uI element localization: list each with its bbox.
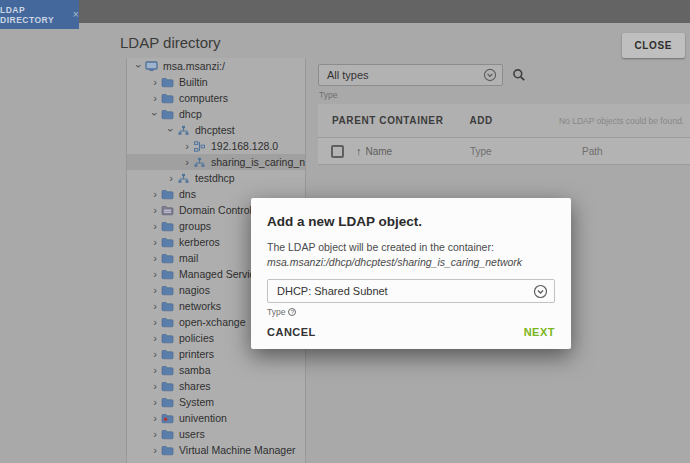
tree-row[interactable]: ›users xyxy=(127,426,305,442)
tree-row[interactable]: ›Builtin xyxy=(127,74,305,90)
chevron-collapsed-icon[interactable]: › xyxy=(181,156,193,168)
folder-icon xyxy=(161,269,174,280)
subnet-icon xyxy=(193,141,206,152)
tree-row[interactable]: ›dhcp xyxy=(127,106,305,122)
folder-icon xyxy=(161,381,174,392)
tree-item-label: computers xyxy=(179,92,228,104)
folder-icon xyxy=(161,429,174,440)
object-type-value: DHCP: Shared Subnet xyxy=(277,285,533,297)
folder-icon xyxy=(161,349,174,360)
tree-row[interactable]: ›192.168.128.0 xyxy=(127,138,305,154)
tree-item-label: dns xyxy=(179,188,196,200)
tree-item-label: samba xyxy=(179,364,211,376)
tree-item-label: sharing_is_caring_network xyxy=(211,156,306,168)
cancel-button[interactable]: CANCEL xyxy=(267,326,316,338)
chevron-collapsed-icon[interactable]: › xyxy=(181,140,193,152)
tree-item-label: dhcptest xyxy=(195,124,235,136)
tree-item-label: msa.msanzi:/ xyxy=(163,60,225,72)
sort-ascending-icon: ↑ xyxy=(356,145,362,157)
folder-icon xyxy=(161,445,174,456)
chevron-collapsed-icon[interactable]: › xyxy=(149,316,161,328)
tree-row[interactable]: ›shares xyxy=(127,378,305,394)
folder-icon xyxy=(161,109,174,120)
tree-item-label: 192.168.128.0 xyxy=(211,140,278,152)
tree-row[interactable]: ›msa.msanzi:/ xyxy=(127,58,305,74)
close-button[interactable]: CLOSE xyxy=(622,33,685,58)
tree-item-label: networks xyxy=(179,300,221,312)
tree-item-label: mail xyxy=(179,252,198,264)
tree-row[interactable]: ›System xyxy=(127,394,305,410)
chevron-collapsed-icon[interactable]: › xyxy=(149,444,161,456)
column-header-type[interactable]: Type xyxy=(470,146,492,157)
type-filter-select[interactable]: All types xyxy=(318,64,503,86)
dhcp-service-icon xyxy=(177,173,190,184)
chevron-collapsed-icon[interactable]: › xyxy=(149,268,161,280)
parent-container-button[interactable]: PARENT CONTAINER xyxy=(332,115,443,126)
chevron-collapsed-icon[interactable]: › xyxy=(149,76,161,88)
dialog-description: The LDAP object will be created in the c… xyxy=(267,241,555,253)
chevron-collapsed-icon[interactable]: › xyxy=(149,188,161,200)
chevron-collapsed-icon[interactable]: › xyxy=(149,332,161,344)
chevron-collapsed-icon[interactable]: › xyxy=(149,284,161,296)
tree-row[interactable]: ›dhcptest xyxy=(127,122,305,138)
select-all-checkbox[interactable] xyxy=(331,145,344,158)
chevron-collapsed-icon[interactable]: › xyxy=(149,348,161,360)
dialog-footer: CANCEL NEXT xyxy=(267,326,555,338)
chevron-collapsed-icon[interactable]: › xyxy=(149,396,161,408)
chevron-collapsed-icon[interactable]: › xyxy=(149,236,161,248)
grid-status-text: No LDAP objects could be found. xyxy=(559,116,684,126)
chevron-collapsed-icon[interactable]: › xyxy=(165,172,177,184)
tab-close-icon[interactable]: × xyxy=(73,9,79,20)
folder-dc-icon xyxy=(161,205,174,216)
chevron-expanded-icon[interactable]: › xyxy=(149,108,161,120)
next-button[interactable]: NEXT xyxy=(524,326,555,338)
tree-item-label: System xyxy=(179,396,214,408)
folder-icon xyxy=(161,221,174,232)
help-icon[interactable]: ? xyxy=(288,308,296,316)
chevron-collapsed-icon[interactable]: › xyxy=(149,220,161,232)
tree-row[interactable]: ›univention xyxy=(127,410,305,426)
object-type-select[interactable]: DHCP: Shared Subnet xyxy=(267,279,555,303)
add-button[interactable]: ADD xyxy=(469,115,492,126)
chevron-collapsed-icon[interactable]: › xyxy=(149,380,161,392)
chevron-collapsed-icon[interactable]: › xyxy=(149,428,161,440)
chevron-collapsed-icon[interactable]: › xyxy=(149,300,161,312)
folder-icon xyxy=(161,93,174,104)
column-header-name[interactable]: ↑Name xyxy=(356,145,392,157)
chevron-collapsed-icon[interactable]: › xyxy=(149,252,161,264)
top-bar xyxy=(0,0,690,23)
type-filter-value: All types xyxy=(327,69,483,81)
tab-label: LDAP DIRECTORY xyxy=(0,5,67,25)
chevron-collapsed-icon[interactable]: › xyxy=(149,364,161,376)
search-icon[interactable] xyxy=(512,68,526,82)
tree-row[interactable]: ›testdhcp xyxy=(127,170,305,186)
page-title: LDAP directory xyxy=(120,34,221,51)
folder-icon xyxy=(161,301,174,312)
tree-row[interactable]: ›samba xyxy=(127,362,305,378)
tree-row[interactable]: ›Virtual Machine Manager xyxy=(127,442,305,458)
tree-row[interactable]: ›computers xyxy=(127,90,305,106)
tree-item-label: kerberos xyxy=(179,236,220,248)
ldap-directory-module: LDAP DIRECTORY × LDAP directory CLOSE ›m… xyxy=(0,0,690,463)
shared-network-icon xyxy=(193,157,206,168)
tree-item-label: users xyxy=(179,428,205,440)
chevron-expanded-icon[interactable]: › xyxy=(133,60,145,72)
object-type-label: Type ? xyxy=(267,307,555,317)
dialog-title: Add a new LDAP object. xyxy=(267,214,555,229)
tree-item-label: dhcp xyxy=(179,108,202,120)
dhcp-service-icon xyxy=(177,125,190,136)
chevron-expanded-icon[interactable]: › xyxy=(165,124,177,136)
folder-icon xyxy=(161,77,174,88)
folder-icon xyxy=(161,333,174,344)
column-header-path[interactable]: Path xyxy=(582,146,603,157)
chevron-collapsed-icon[interactable]: › xyxy=(149,204,161,216)
tree-item-label: open-xchange xyxy=(179,316,246,328)
tree-item-label: shares xyxy=(179,380,211,392)
tree-item-label: Virtual Machine Manager xyxy=(179,444,296,456)
tab-ldap-directory[interactable]: LDAP DIRECTORY × xyxy=(0,0,79,29)
chevron-collapsed-icon[interactable]: › xyxy=(149,412,161,424)
tree-row[interactable]: ›sharing_is_caring_network xyxy=(127,154,305,170)
tree-item-label: nagios xyxy=(179,284,210,296)
add-ldap-object-dialog: Add a new LDAP object. The LDAP object w… xyxy=(251,198,571,349)
chevron-collapsed-icon[interactable]: › xyxy=(149,92,161,104)
